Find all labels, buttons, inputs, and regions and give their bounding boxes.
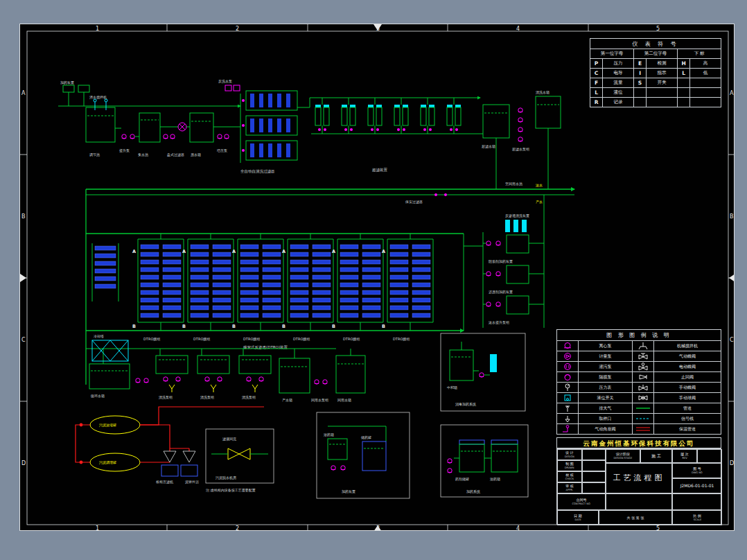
legend-table: 图 形 图 例 说 明 离心泵 机械搅拌机 计量泵 气动蝶阀 潜污泵 电动蝶阀 … (556, 329, 721, 435)
ruler-col-label: 1 (96, 26, 99, 32)
legend-name: 气动角座阀 (578, 424, 632, 435)
legend-name: 取样口 (578, 414, 632, 424)
legend-name: 气动蝶阀 (653, 351, 721, 362)
label-cooling-tower: 冷却塔 (94, 334, 104, 338)
level-switch-icon (559, 394, 576, 402)
bank-b-label: B (132, 324, 136, 329)
bank-b-label: B (382, 324, 385, 329)
legend-name: 管道 (653, 403, 721, 414)
filter-module (242, 116, 297, 135)
label-backwash-pump: 反洗水泵 (218, 79, 232, 84)
legend-row: 取样口 信号线 (557, 414, 721, 424)
manual-butterfly-valve-icon (635, 383, 651, 392)
spare-cell (672, 493, 722, 510)
label-ro-cip: 反渗透清洗装置 (505, 213, 529, 218)
label-filtrate: 滤液回流 (222, 437, 236, 441)
label-equalization-tank: 调节池 (89, 152, 100, 157)
instrument-table-title: 仪 表 符 号 (590, 39, 721, 49)
inst-letter (677, 78, 689, 88)
angle-seat-valve-icon (559, 425, 576, 433)
bank-a-label: A (382, 249, 385, 254)
label-cip-skid: 清洗泵组 (200, 395, 214, 400)
title-block: 设 计DESIGN 制 图DRAWN 校 核CHECK 审 核APPR. 设计阶… (556, 448, 721, 525)
label-box1-caption: 加药装置 (342, 489, 355, 493)
legend-name: 信号线 (653, 414, 721, 424)
inst-meaning: 流量 (603, 78, 634, 88)
legend-row: 液位开关 手动球阀 (557, 393, 721, 403)
label-concentrate-tag: 浓水 (536, 183, 543, 188)
label-uf-pump: 超滤水泵组 (512, 147, 529, 152)
drawn-signature (582, 460, 606, 471)
dewatering-inset: 滤液回流 污泥脱水机房 (206, 429, 274, 483)
legend-title: 图 形 图 例 说 明 (557, 330, 721, 341)
design-label: 设 计DESIGN (557, 449, 582, 460)
press-hopper (183, 451, 195, 462)
raw-water-tank (190, 113, 213, 142)
legend-name: 液位开关 (578, 393, 632, 403)
filter-module (242, 141, 297, 160)
pressure-gauge-icon (559, 383, 576, 392)
ruler-row-label: C (21, 337, 26, 343)
label-collection-tank: 集水池 (138, 152, 148, 157)
bank-caption: DTRO膜组 (343, 337, 360, 341)
ruler-col-label: 5 (656, 26, 660, 32)
scale-label: 比 例SCALE (672, 510, 722, 525)
cooling-tower (92, 340, 128, 361)
center-mark-right (729, 274, 734, 282)
bank-a-label: A (232, 249, 236, 254)
rev-value (697, 449, 722, 463)
membrane-bank (188, 239, 234, 322)
legend-row: 压力表 手动蝶阀 (557, 383, 721, 393)
inst-letter: I (633, 69, 646, 78)
dosing-inset-2: 中和箱 消毒加药系统 (441, 333, 525, 411)
label-box2-caption: 消毒加药系统 (455, 402, 476, 407)
instrument-header: 第一位字母 (590, 49, 634, 59)
bank-b-label: B (332, 324, 335, 329)
cip-skid (156, 350, 188, 392)
legend-name: 止回阀 (653, 372, 721, 383)
drawn-label: 制 图DRAWN (557, 460, 582, 471)
instrument-row: P压力 E检测 H高 (590, 59, 721, 69)
equalization-tank (86, 107, 115, 142)
bank-a-label: A (332, 249, 335, 254)
ruler-row-label: D (730, 460, 734, 466)
product-tank (279, 358, 310, 393)
inst-meaning: 检测 (647, 59, 678, 69)
submersible-pump-icon (559, 362, 576, 371)
press-hopper (164, 451, 176, 462)
inst-letter: L (590, 88, 603, 98)
label-uf-tank: 超滤水箱 (482, 144, 495, 149)
inst-letter (677, 88, 689, 98)
sample-port-icon (559, 414, 576, 423)
inst-meaning: 液位 (603, 88, 634, 98)
inst-letter: E (633, 59, 646, 69)
sheet-count-label: 共 张 第 张 (599, 510, 672, 525)
inst-letter (677, 98, 689, 107)
bank-b-label: B (232, 324, 236, 329)
cad-preview-page: { "border": { "cols": ["1","2","3","4","… (0, 0, 747, 560)
legend-row: 排大气 管道 (557, 403, 721, 414)
inst-meaning: 压力 (603, 59, 634, 69)
label-cip-skid: 清洗泵组 (159, 395, 173, 400)
cip-skid (239, 350, 271, 392)
inst-letter: L (677, 69, 689, 78)
membrane-bank (387, 239, 433, 322)
ruler-col-label: 2 (236, 525, 239, 530)
label-cip-skid: 清洗泵组 (242, 395, 256, 400)
inst-meaning (690, 78, 721, 88)
approve-label: 审 核APPR. (557, 482, 582, 493)
membrane-stack-small (92, 243, 118, 301)
inst-meaning (647, 98, 678, 107)
check-signature (582, 471, 606, 482)
inst-meaning (690, 88, 721, 98)
ruler-col-label: 2 (236, 26, 239, 32)
label-uf-unit: 超滤装置 (372, 168, 388, 173)
label-self-clean-filter: 全自动自清洗过滤器 (240, 169, 275, 174)
label-reuse-pump: 回用水泵组 (311, 398, 328, 403)
signal-line-icon (635, 414, 651, 423)
inst-letter: P (590, 59, 603, 69)
legend-name: 压力表 (578, 383, 632, 393)
ruler-row-label: B (21, 213, 26, 220)
inst-letter: H (677, 59, 689, 69)
label-scale-dosing: 阻垢剂加药装置 (489, 259, 513, 264)
